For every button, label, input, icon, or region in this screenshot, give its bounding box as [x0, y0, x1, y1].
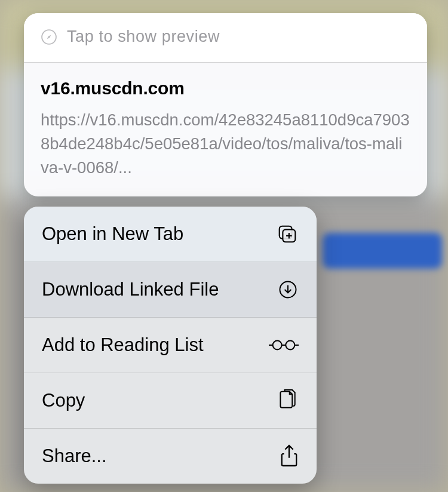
preview-body[interactable]: v16.muscdn.com https://v16.muscdn.com/42… [24, 63, 427, 196]
svg-point-5 [286, 341, 294, 350]
preview-header-row[interactable]: Tap to show preview [24, 13, 427, 63]
menu-add-reading-list[interactable]: Add to Reading List [24, 318, 317, 373]
share-icon [280, 444, 299, 468]
background-download-button-blur [323, 233, 442, 269]
new-tab-icon [276, 223, 299, 245]
menu-item-label: Share... [42, 445, 107, 467]
menu-item-label: Add to Reading List [42, 334, 204, 356]
menu-share[interactable]: Share... [24, 429, 317, 484]
svg-point-4 [273, 341, 282, 350]
link-preview-card: Tap to show preview v16.muscdn.com https… [24, 13, 427, 196]
menu-download-linked-file[interactable]: Download Linked File [24, 262, 317, 318]
menu-copy[interactable]: Copy [24, 373, 317, 429]
menu-item-label: Open in New Tab [42, 223, 183, 245]
download-icon [277, 279, 299, 300]
context-menu: Open in New Tab Download Linked File Add… [24, 207, 317, 484]
compass-icon [41, 29, 57, 45]
preview-domain: v16.muscdn.com [41, 78, 410, 99]
copy-icon [277, 389, 299, 413]
preview-header-label: Tap to show preview [67, 27, 220, 46]
glasses-icon [269, 338, 299, 352]
menu-open-new-tab[interactable]: Open in New Tab [24, 207, 317, 262]
preview-url: https://v16.muscdn.com/42e83245a8110d9ca… [41, 108, 410, 180]
menu-item-label: Download Linked File [42, 279, 219, 300]
menu-item-label: Copy [42, 390, 85, 411]
